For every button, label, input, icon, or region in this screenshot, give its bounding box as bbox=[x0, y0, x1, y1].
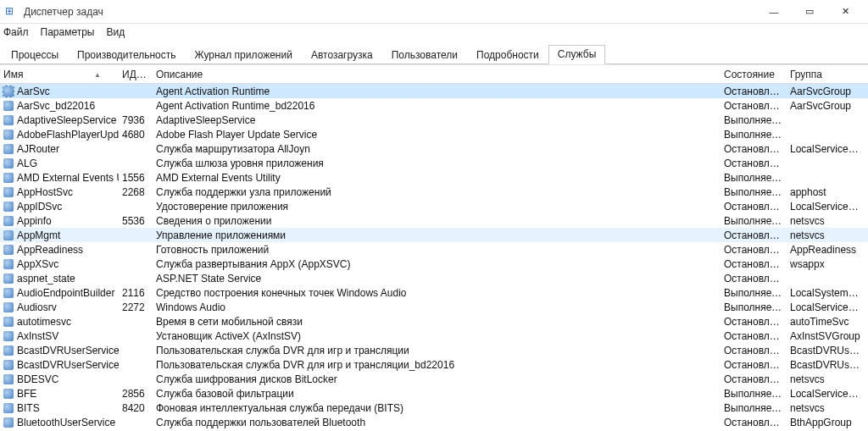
cell-state: Выполняется bbox=[721, 114, 787, 126]
table-row[interactable]: AudioEndpointBuilder2116Средство построе… bbox=[0, 285, 868, 300]
service-icon bbox=[3, 86, 14, 97]
menu-bar: Файл Параметры Вид bbox=[0, 24, 868, 41]
tab-процессы[interactable]: Процессы bbox=[2, 46, 68, 64]
cell-pid: 4680 bbox=[119, 129, 153, 141]
close-button[interactable]: ✕ bbox=[827, 0, 863, 24]
service-icon bbox=[3, 245, 14, 255]
table-row[interactable]: BFE2856Служба базовой фильтрацииВыполняе… bbox=[0, 386, 868, 401]
cell-name: Appinfo bbox=[0, 215, 119, 227]
table-row[interactable]: AdobeFlashPlayerUpdateSvc4680Adobe Flash… bbox=[0, 127, 868, 141]
cell-description: AdaptiveSleepService bbox=[153, 114, 721, 126]
service-name: AdobeFlashPlayerUpdateSvc bbox=[17, 129, 119, 141]
table-row[interactable]: ALGСлужба шлюза уровня приложенияОстанов… bbox=[0, 156, 868, 170]
column-state[interactable]: Состояние bbox=[721, 69, 787, 80]
tab-производительность[interactable]: Производительность bbox=[68, 46, 185, 64]
table-row[interactable]: AdaptiveSleepService7936AdaptiveSleepSer… bbox=[0, 113, 868, 127]
minimize-button[interactable]: — bbox=[756, 0, 792, 24]
table-row[interactable]: BcastDVRUserServiceПользовательская служ… bbox=[0, 343, 868, 357]
column-pid[interactable]: ИД п... bbox=[119, 69, 153, 80]
table-row[interactable]: AppHostSvc2268Служба поддержки узла прил… bbox=[0, 185, 868, 199]
cell-group: BcastDVRUser... bbox=[787, 359, 868, 371]
cell-name: AppIDSvc bbox=[0, 201, 119, 213]
cell-pid: 2116 bbox=[119, 287, 153, 299]
cell-name: AarSvc_bd22016 bbox=[0, 100, 119, 112]
service-name: AJRouter bbox=[17, 143, 59, 155]
cell-description: Пользовательская служба DVR для игр и тр… bbox=[153, 345, 721, 356]
maximize-button[interactable]: ▭ bbox=[792, 0, 827, 24]
window-controls: — ▭ ✕ bbox=[756, 0, 863, 24]
cell-state: Остановлено bbox=[721, 143, 787, 155]
cell-description: AMD External Events Utility bbox=[153, 172, 721, 184]
service-icon bbox=[3, 230, 14, 240]
tab-автозагрузка[interactable]: Автозагрузка bbox=[302, 46, 382, 64]
cell-name: AxInstSV bbox=[0, 330, 119, 342]
table-row[interactable]: AppReadinessГотовность приложенийОстанов… bbox=[0, 242, 868, 257]
cell-description: Фоновая интеллектуальная служба передачи… bbox=[153, 402, 721, 414]
service-name: AudioEndpointBuilder bbox=[17, 287, 114, 299]
service-icon bbox=[3, 345, 14, 356]
tab-службы[interactable]: Службы bbox=[548, 45, 605, 64]
cell-group: LocalServiceN... bbox=[787, 301, 868, 313]
column-name[interactable]: Имя ▲ bbox=[0, 69, 119, 80]
menu-view[interactable]: Вид bbox=[106, 26, 125, 38]
table-row[interactable]: AppMgmtУправление приложениямиОстановлен… bbox=[0, 228, 868, 242]
table-row[interactable]: Audiosrv2272Windows AudioВыполняетсяLoca… bbox=[0, 300, 868, 314]
table-row[interactable]: AJRouterСлужба маршрутизатора AllJoynОст… bbox=[0, 141, 868, 156]
tab-пользователи[interactable]: Пользователи bbox=[382, 46, 467, 64]
cell-pid: 7936 bbox=[119, 114, 153, 126]
cell-description: Служба базовой фильтрации bbox=[153, 388, 721, 400]
cell-description: Служба маршрутизатора AllJoyn bbox=[153, 143, 721, 155]
table-row[interactable]: autotimesvcВремя в сети мобильной связиО… bbox=[0, 314, 868, 329]
app-icon: ⊞ bbox=[5, 5, 19, 19]
table-row[interactable]: AppXSvcСлужба развертывания AppX (AppXSV… bbox=[0, 257, 868, 271]
tab-журнал приложений[interactable]: Журнал приложений bbox=[186, 46, 302, 64]
service-icon bbox=[3, 403, 14, 413]
table-row[interactable]: AMD External Events Utility1556AMD Exter… bbox=[0, 170, 868, 185]
service-icon bbox=[3, 417, 14, 428]
services-table: Имя ▲ ИД п... Описание Состояние Группа … bbox=[0, 64, 868, 431]
table-row[interactable]: AppIDSvcУдостоверение приложенияОстановл… bbox=[0, 199, 868, 213]
cell-state: Выполняется bbox=[721, 215, 787, 227]
menu-file[interactable]: Файл bbox=[3, 26, 29, 38]
cell-pid: 2268 bbox=[119, 186, 153, 198]
table-row[interactable]: Appinfo5536Сведения о приложенииВыполняе… bbox=[0, 213, 868, 228]
column-group[interactable]: Группа bbox=[787, 69, 868, 80]
table-row[interactable]: AxInstSVУстановщик ActiveX (AxInstSV)Ост… bbox=[0, 329, 868, 343]
cell-description: Служба поддержки узла приложений bbox=[153, 186, 721, 198]
service-icon bbox=[3, 216, 14, 226]
cell-name: AJRouter bbox=[0, 143, 119, 155]
column-description[interactable]: Описание bbox=[153, 69, 721, 80]
table-row[interactable]: aspnet_stateASP.NET State ServiceОстанов… bbox=[0, 271, 868, 285]
cell-state: Остановлено bbox=[721, 258, 787, 270]
service-name: AppMgmt bbox=[17, 229, 60, 241]
service-name: AppXSvc bbox=[17, 258, 58, 270]
service-name: AarSvc bbox=[17, 86, 50, 97]
table-body[interactable]: AarSvcAgent Activation RuntimeОстановлен… bbox=[0, 84, 868, 431]
cell-group: AppReadiness bbox=[787, 244, 868, 256]
menu-options[interactable]: Параметры bbox=[41, 26, 95, 38]
cell-name: AdobeFlashPlayerUpdateSvc bbox=[0, 129, 119, 141]
tab-подробности[interactable]: Подробности bbox=[467, 46, 548, 64]
table-row[interactable]: BcastDVRUserService_bd22...Пользовательс… bbox=[0, 357, 868, 372]
cell-description: Готовность приложений bbox=[153, 244, 721, 256]
service-name: AdaptiveSleepService bbox=[17, 114, 116, 126]
cell-name: AMD External Events Utility bbox=[0, 172, 119, 184]
cell-state: Остановлено bbox=[721, 86, 787, 97]
table-row[interactable]: AarSvc_bd22016Agent Activation Runtime_b… bbox=[0, 98, 868, 113]
cell-name: AppXSvc bbox=[0, 258, 119, 270]
service-name: AMD External Events Utility bbox=[17, 172, 119, 184]
service-icon bbox=[3, 374, 14, 384]
cell-state: Остановлено bbox=[721, 157, 787, 169]
table-row[interactable]: BluetoothUserServiceСлужба поддержки пол… bbox=[0, 415, 868, 429]
service-icon bbox=[3, 115, 14, 125]
table-row[interactable]: BDESVCСлужба шифрования дисков BitLocker… bbox=[0, 372, 868, 386]
cell-state: Выполняется bbox=[721, 402, 787, 414]
cell-group: LocalSystemN... bbox=[787, 287, 868, 299]
table-row[interactable]: BITS8420Фоновая интеллектуальная служба … bbox=[0, 401, 868, 415]
cell-description: Время в сети мобильной связи bbox=[153, 316, 721, 328]
table-row[interactable]: AarSvcAgent Activation RuntimeОстановлен… bbox=[0, 84, 868, 98]
cell-name: AppReadiness bbox=[0, 244, 119, 256]
cell-name: BITS bbox=[0, 402, 119, 414]
cell-name: BcastDVRUserService_bd22... bbox=[0, 359, 119, 371]
service-name: AxInstSV bbox=[17, 330, 58, 342]
